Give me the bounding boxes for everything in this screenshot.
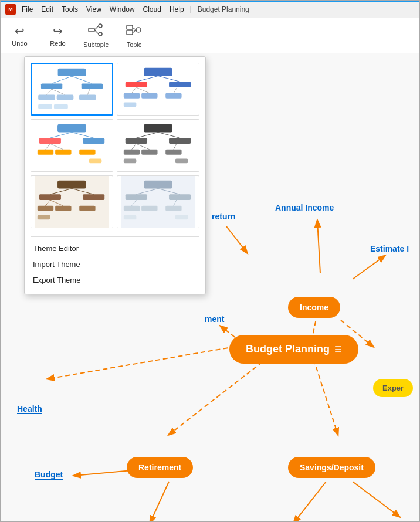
svg-rect-79	[165, 206, 181, 211]
svg-rect-74	[144, 181, 172, 189]
svg-rect-41	[55, 150, 71, 155]
undo-icon: ↩	[15, 24, 25, 38]
exper-label: Exper	[382, 384, 404, 392]
app-logo: M	[5, 4, 16, 15]
menu-view[interactable]: View	[86, 5, 101, 13]
undo-button[interactable]: ↩ Undo	[6, 24, 33, 47]
theme-item-3[interactable]	[31, 119, 113, 172]
svg-rect-15	[38, 95, 55, 100]
svg-line-87	[311, 352, 338, 435]
doc-title: Budget Planning	[198, 5, 249, 13]
svg-rect-13	[41, 83, 62, 89]
svg-line-47	[50, 144, 63, 150]
menu-help[interactable]: Help	[170, 5, 184, 13]
svg-line-60	[174, 144, 177, 150]
svg-line-46	[46, 144, 50, 150]
return-label: return	[212, 212, 235, 221]
svg-line-45	[72, 133, 94, 138]
svg-line-32	[136, 76, 158, 82]
income-label: Income	[300, 303, 328, 312]
title-bar: M File Edit Tools View Window Cloud Help…	[1, 1, 419, 18]
subtopic-label: Subtopic	[83, 41, 109, 48]
svg-line-11	[133, 30, 136, 33]
svg-rect-18	[38, 104, 52, 109]
central-node[interactable]: Budget Planning ☰	[229, 335, 358, 364]
menu-edit[interactable]: Edit	[41, 5, 53, 13]
svg-rect-66	[55, 206, 71, 211]
annual-income-label: Annual Income	[275, 203, 334, 212]
svg-rect-37	[57, 124, 86, 133]
svg-line-21	[72, 76, 92, 83]
theme-item-2[interactable]	[117, 63, 199, 116]
import-theme-item[interactable]: Import Theme	[31, 256, 199, 272]
svg-rect-76	[169, 194, 191, 200]
svg-point-4	[99, 32, 102, 36]
menu-window[interactable]: Window	[110, 5, 135, 13]
svg-rect-7	[127, 25, 133, 29]
central-node-menu-icon: ☰	[334, 345, 342, 354]
svg-rect-64	[83, 194, 104, 200]
health-label: Health	[17, 404, 42, 414]
theme-item-5[interactable]	[31, 175, 113, 228]
exper-node[interactable]: Exper	[373, 379, 413, 397]
svg-rect-68	[38, 215, 50, 219]
theme-item-6[interactable]	[117, 175, 199, 228]
svg-rect-48	[144, 124, 172, 133]
svg-rect-65	[38, 206, 53, 211]
svg-line-5	[94, 26, 99, 30]
menu-file[interactable]: File	[22, 5, 33, 13]
theme-grid	[31, 63, 199, 228]
topic-button[interactable]: Topic	[121, 23, 147, 48]
topic-label: Topic	[127, 41, 142, 48]
ment-label: ment	[205, 314, 224, 324]
svg-rect-40	[38, 150, 53, 155]
svg-rect-63	[39, 194, 61, 200]
svg-rect-12	[58, 69, 86, 76]
svg-rect-2	[89, 28, 94, 32]
svg-rect-50	[169, 138, 191, 144]
savings-node[interactable]: Savings/Deposit	[288, 457, 375, 478]
svg-line-23	[52, 89, 65, 95]
svg-rect-39	[83, 138, 104, 144]
svg-rect-43	[89, 158, 102, 163]
redo-button[interactable]: ↪ Redo	[45, 24, 71, 47]
svg-line-6	[94, 30, 99, 34]
undo-label: Undo	[12, 40, 27, 47]
svg-line-44	[50, 133, 72, 138]
svg-line-91	[317, 221, 320, 273]
income-node[interactable]: Income	[288, 297, 340, 318]
svg-rect-53	[165, 150, 181, 155]
theme-editor-item[interactable]: Theme Editor	[31, 240, 199, 256]
retirement-label: Retirement	[138, 463, 181, 472]
svg-line-33	[158, 76, 180, 82]
svg-rect-55	[124, 158, 137, 163]
svg-line-24	[87, 89, 90, 95]
svg-rect-19	[54, 104, 68, 109]
savings-label: Savings/Deposit	[300, 463, 364, 472]
svg-rect-77	[124, 206, 140, 211]
retirement-node[interactable]: Retirement	[127, 457, 193, 478]
svg-line-22	[47, 89, 52, 95]
svg-line-58	[132, 144, 137, 150]
svg-rect-62	[57, 181, 86, 189]
main-area: Theme Editor Import Theme Export Theme	[1, 53, 419, 521]
svg-line-59	[136, 144, 149, 150]
svg-rect-27	[169, 82, 191, 87]
svg-rect-42	[79, 150, 95, 155]
svg-rect-54	[175, 158, 188, 163]
svg-rect-51	[124, 150, 140, 155]
theme-item-4[interactable]	[117, 119, 199, 172]
theme-picker-scroll[interactable]	[31, 63, 199, 233]
theme-item-1[interactable]	[31, 63, 113, 116]
budget-label: Budget	[35, 470, 63, 480]
export-theme-item[interactable]: Export Theme	[31, 272, 199, 288]
menu-tools[interactable]: Tools	[62, 5, 78, 13]
subtopic-icon	[88, 23, 104, 39]
svg-line-93	[226, 226, 247, 253]
menu-cloud[interactable]: Cloud	[143, 5, 161, 13]
redo-icon: ↪	[53, 24, 63, 38]
svg-line-56	[136, 133, 158, 138]
svg-line-97	[150, 482, 169, 521]
subtopic-button[interactable]: Subtopic	[83, 23, 109, 48]
svg-rect-14	[82, 83, 103, 89]
